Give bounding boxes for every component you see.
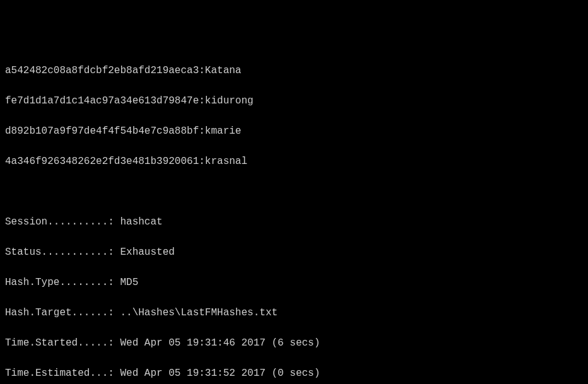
hash-type-value: MD5: [120, 277, 138, 288]
time-started-value: Wed Apr 05 19:31:46 2017 (6 secs): [120, 337, 320, 349]
cracked-hash-line: d892b107a9f97de4f4f54b4e7c9a88bf:kmarie: [5, 124, 583, 139]
hash-target-label: Hash.Target......:: [5, 307, 114, 318]
time-started-label: Time.Started.....:: [5, 337, 114, 349]
time-started-row: Time.Started.....: Wed Apr 05 19:31:46 2…: [5, 335, 583, 351]
plaintext-value: krasnal: [205, 156, 247, 167]
hash-value: a542482c08a8fdcbf2eb8afd219aeca3: [5, 65, 199, 76]
time-estimated-label: Time.Estimated...:: [5, 368, 114, 379]
plaintext-value: Katana: [205, 65, 242, 76]
hash-target-row: Hash.Target......: ..\Hashes\LastFMHashe…: [5, 305, 583, 320]
status-label: Status...........:: [5, 247, 114, 258]
plaintext-value: kmarie: [205, 125, 242, 137]
cracked-hash-line: fe7d1d1a7d1c14ac97a34e613d79847e:kiduron…: [5, 93, 583, 108]
cracked-hash-line: a542482c08a8fdcbf2eb8afd219aeca3:Katana: [5, 63, 583, 78]
hash-type-label: Hash.Type........:: [5, 277, 114, 288]
time-estimated-row: Time.Estimated...: Wed Apr 05 19:31:52 2…: [5, 366, 583, 381]
blank-line: [5, 184, 583, 199]
cracked-hash-line: 4a346f926348262e2fd3e481b3920061:krasnal: [5, 154, 583, 169]
hash-value: fe7d1d1a7d1c14ac97a34e613d79847e: [5, 95, 199, 107]
session-value: hashcat: [120, 216, 162, 228]
session-row: Session..........: hashcat: [5, 214, 583, 230]
status-value: Exhausted: [120, 247, 174, 258]
time-estimated-value: Wed Apr 05 19:31:52 2017 (0 secs): [120, 368, 320, 379]
hash-target-value: ..\Hashes\LastFMHashes.txt: [120, 307, 278, 318]
hash-value: 4a346f926348262e2fd3e481b3920061: [5, 156, 199, 167]
plaintext-value: kidurong: [205, 95, 254, 107]
hash-type-row: Hash.Type........: MD5: [5, 275, 583, 290]
hash-value: d892b107a9f97de4f4f54b4e7c9a88bf: [5, 125, 199, 137]
session-label: Session..........:: [5, 216, 114, 228]
status-row: Status...........: Exhausted: [5, 245, 583, 260]
